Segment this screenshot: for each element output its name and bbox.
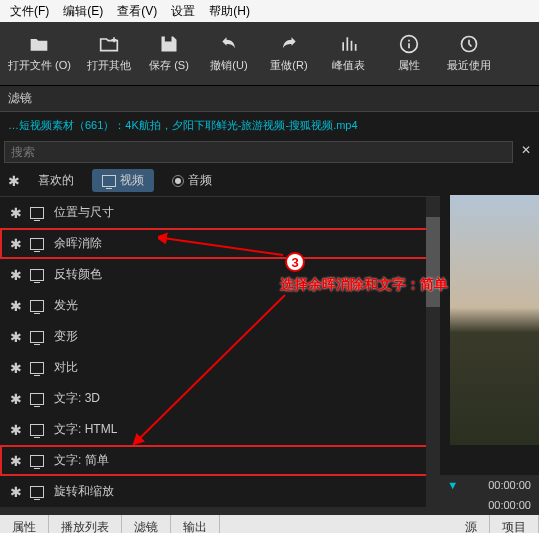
bottom-tabs: 属性 播放列表 滤镜 输出 源 项目 — [0, 515, 539, 533]
clear-search-icon[interactable]: ✕ — [517, 143, 535, 161]
item-marker-icon: ✱ — [10, 360, 20, 376]
clock-icon — [459, 34, 479, 54]
item-marker-icon: ✱ — [10, 484, 20, 500]
menu-bar: 文件(F) 编辑(E) 查看(V) 设置 帮助(H) — [0, 0, 539, 22]
redo-button[interactable]: 重做(R) — [259, 26, 319, 81]
undo-button[interactable]: 撤销(U) — [199, 26, 259, 81]
tab-output[interactable]: 输出 — [171, 515, 220, 533]
filter-label: 对比 — [54, 359, 78, 376]
info-icon — [399, 34, 419, 54]
filter-label: 反转颜色 — [54, 266, 102, 283]
monitor-icon — [30, 362, 44, 374]
playhead-marker-icon[interactable]: ▼ — [447, 479, 458, 491]
video-preview — [450, 195, 539, 445]
timecode-start: 00:00:00 — [488, 479, 531, 491]
filter-item[interactable]: ✱位置与尺寸 — [0, 197, 440, 228]
tab-video[interactable]: 视频 — [92, 169, 154, 192]
filter-item[interactable]: ✱余晖消除 — [0, 228, 440, 259]
monitor-icon — [30, 331, 44, 343]
scrollbar[interactable] — [426, 197, 440, 507]
filter-label: 旋转和缩放 — [54, 483, 114, 500]
filter-tabs: ✱ 喜欢的 视频 音频 — [0, 165, 440, 197]
peak-button[interactable]: 峰值表 — [319, 26, 379, 81]
item-marker-icon: ✱ — [10, 267, 20, 283]
monitor-icon — [30, 424, 44, 436]
monitor-icon — [30, 269, 44, 281]
scroll-thumb[interactable] — [426, 217, 440, 307]
monitor-icon — [30, 238, 44, 250]
search-input[interactable] — [4, 141, 513, 163]
filter-label: 发光 — [54, 297, 78, 314]
item-marker-icon: ✱ — [10, 236, 20, 252]
tab-filter[interactable]: 滤镜 — [122, 515, 171, 533]
item-marker-icon: ✱ — [10, 329, 20, 345]
item-marker-icon: ✱ — [10, 205, 20, 221]
menu-view[interactable]: 查看(V) — [111, 1, 163, 22]
filter-item[interactable]: ✱发光 — [0, 290, 440, 321]
save-button[interactable]: 保存 (S) — [139, 26, 199, 81]
filter-item[interactable]: ✱变形 — [0, 321, 440, 352]
redo-icon — [279, 34, 299, 54]
item-marker-icon: ✱ — [10, 422, 20, 438]
filter-label: 文字: 简单 — [54, 452, 109, 469]
filter-item[interactable]: ✱对比 — [0, 352, 440, 383]
panel-title: 滤镜 — [0, 86, 539, 112]
preview-panel — [440, 165, 539, 475]
undo-icon — [219, 34, 239, 54]
props-button[interactable]: 属性 — [379, 26, 439, 81]
monitor-icon — [30, 207, 44, 219]
tab-project[interactable]: 项目 — [490, 515, 539, 533]
tab-playlist[interactable]: 播放列表 — [49, 515, 122, 533]
folder-plus-icon — [99, 34, 119, 54]
tab-properties[interactable]: 属性 — [0, 515, 49, 533]
filter-label: 变形 — [54, 328, 78, 345]
filter-item[interactable]: ✱文字: 简单 — [0, 445, 440, 476]
recent-button[interactable]: 最近使用 — [439, 26, 499, 81]
tab-source[interactable]: 源 — [453, 515, 490, 533]
equalizer-icon — [339, 34, 359, 54]
monitor-icon — [30, 393, 44, 405]
open-other-button[interactable]: 打开其他 — [79, 26, 139, 81]
monitor-icon — [30, 486, 44, 498]
monitor-icon — [102, 175, 116, 187]
folder-open-icon — [29, 34, 49, 54]
monitor-icon — [30, 455, 44, 467]
filter-label: 文字: HTML — [54, 421, 117, 438]
radio-icon — [172, 175, 184, 187]
menu-file[interactable]: 文件(F) — [4, 1, 55, 22]
item-marker-icon: ✱ — [10, 453, 20, 469]
tab-audio[interactable]: 音频 — [162, 169, 222, 192]
favorite-icon: ✱ — [8, 173, 20, 189]
open-file-button[interactable]: 打开文件 (O) — [0, 26, 79, 81]
monitor-icon — [30, 300, 44, 312]
search-row: ✕ — [0, 139, 539, 165]
item-marker-icon: ✱ — [10, 391, 20, 407]
menu-settings[interactable]: 设置 — [165, 1, 201, 22]
timecode-current: 00:00:00 — [488, 499, 531, 511]
menu-edit[interactable]: 编辑(E) — [57, 1, 109, 22]
menu-help[interactable]: 帮助(H) — [203, 1, 256, 22]
save-icon — [159, 34, 179, 54]
toolbar: 打开文件 (O) 打开其他 保存 (S) 撤销(U) 重做(R) 峰值表 属性 … — [0, 22, 539, 86]
filter-item[interactable]: ✱旋转和缩放 — [0, 476, 440, 507]
filter-label: 位置与尺寸 — [54, 204, 114, 221]
filter-list: ✱位置与尺寸✱余晖消除✱反转颜色✱发光✱变形✱对比✱文字: 3D✱文字: HTM… — [0, 197, 440, 507]
filter-label: 文字: 3D — [54, 390, 100, 407]
filter-item[interactable]: ✱文字: HTML — [0, 414, 440, 445]
filter-label: 余晖消除 — [54, 235, 102, 252]
item-marker-icon: ✱ — [10, 298, 20, 314]
filter-item[interactable]: ✱反转颜色 — [0, 259, 440, 290]
tab-favorites[interactable]: 喜欢的 — [28, 169, 84, 192]
current-filename: …短视频素材（661）：4K航拍，夕阳下耶鲜光-旅游视频-搜狐视频.mp4 — [0, 112, 539, 139]
filter-item[interactable]: ✱文字: 3D — [0, 383, 440, 414]
